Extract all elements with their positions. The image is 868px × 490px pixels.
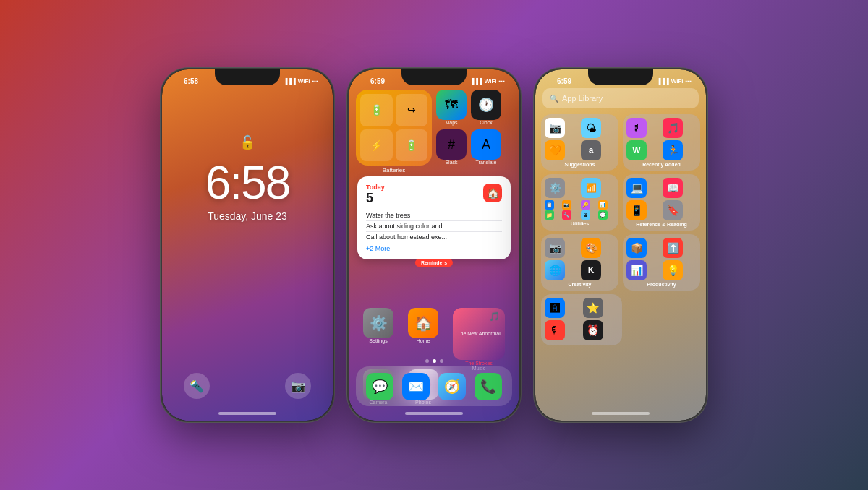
- lock-date: Tuesday, June 23: [162, 210, 333, 222]
- batteries-widget-inner: 🔋 ↪ ⚡ 🔋: [356, 90, 432, 166]
- slack-translate-row: # Slack A Translate: [436, 129, 501, 165]
- lib-recently-added[interactable]: 🎙 🎵 W 🏃 Recently Added: [623, 114, 700, 171]
- lib-row-4: 🅰 ⭐ 🎙 ⏰: [541, 294, 700, 345]
- app-library-search[interactable]: 🔍 App Library: [542, 88, 699, 108]
- reminders-today: Today 5: [366, 184, 385, 206]
- applibrary-screen: 6:59 ▐▐▐ WiFi ▪▪▪ 🔍 App Library 📷: [535, 69, 706, 421]
- battery-widget-icon-1: 🔋: [360, 94, 393, 126]
- ref-icon-2: 📖: [663, 178, 683, 198]
- suggestions-icons: 📷 🌤 🧡 a: [545, 118, 615, 160]
- status-time-2: 6:59: [370, 77, 385, 85]
- slack-icon: #: [436, 129, 467, 160]
- lib-creativity[interactable]: 📷 🎨 🌐 K Creativity: [541, 234, 618, 291]
- signal-icon: ▐▐▐: [284, 78, 296, 85]
- recently-added-label: Recently Added: [626, 162, 697, 167]
- productivity-icons: 📦 ⬆️ 📊 💡: [626, 238, 697, 280]
- status-bar-2: 6:59 ▐▐▐ WiFi ▪▪▪: [349, 74, 519, 88]
- reminders-more: +2 More: [366, 245, 502, 252]
- dot-3: [440, 359, 443, 363]
- status-time-3: 6:59: [557, 77, 571, 85]
- lib-others[interactable]: 🅰 ⭐ 🎙 ⏰: [541, 294, 622, 345]
- util-tiny-1: 📋: [545, 200, 554, 210]
- reminders-widget: Today 5 🏠 Water the trees Ask about sidi…: [357, 176, 511, 259]
- maps-app[interactable]: 🗺 Maps: [436, 90, 467, 125]
- util-mini-grid: 📋 📷 📁 🔧: [545, 200, 579, 220]
- mail-dock[interactable]: ✉️: [402, 373, 430, 400]
- messages-dock[interactable]: 💬: [366, 373, 393, 400]
- util-icon-1: ⚙️: [545, 178, 565, 198]
- dock: 💬 ✉️ 🧭 📞: [356, 366, 512, 406]
- dot-1: [425, 359, 429, 363]
- cre-icon-3: 🌐: [545, 260, 565, 280]
- cre-icon-4: K: [581, 260, 601, 280]
- utilities-icons: ⚙️ 📶 📋 📷 📁 🔧 🔑 📊 🖥: [545, 178, 615, 220]
- suggestions-label: Suggestions: [545, 162, 615, 167]
- util-tiny-4: 🔧: [562, 210, 571, 220]
- recent-icon-4: 🏃: [663, 140, 683, 160]
- prod-icon-1: 📦: [626, 238, 647, 258]
- oth-icon-1: 🅰: [545, 298, 565, 318]
- translate-label: Translate: [476, 160, 497, 165]
- top-right-apps: 🗺 Maps 🕐 Clock # Slack: [436, 90, 501, 173]
- lib-productivity[interactable]: 📦 ⬆️ 📊 💡 Productivity: [623, 234, 700, 291]
- reminders-app-icon: 🏠: [483, 184, 502, 202]
- status-bar-3: 6:59 ▐▐▐ WiFi ▪▪▪: [535, 74, 706, 88]
- util-icon-2: 📶: [581, 178, 601, 198]
- reminders-today-label: Today: [366, 184, 385, 191]
- translate-app[interactable]: A Translate: [471, 129, 501, 165]
- lib-suggestions[interactable]: 📷 🌤 🧡 a Suggestions: [541, 114, 618, 171]
- maps-icon: 🗺: [436, 90, 467, 120]
- cre-icon-2: 🎨: [581, 238, 601, 258]
- signal-icon-2: ▐▐▐: [470, 78, 482, 85]
- status-icons-3: ▐▐▐ WiFi ▪▪▪: [657, 78, 692, 85]
- prod-icon-2: ⬆️: [663, 238, 683, 258]
- prod-icon-3: 📊: [626, 260, 647, 280]
- util-tiny-5: 🔑: [581, 200, 590, 210]
- maps-label: Maps: [445, 120, 457, 125]
- main-scene: 6:58 ▐▐▐ WiFi ▪▪▪ 🔓 6:58 Tuesday, June 2…: [0, 0, 868, 490]
- status-icons-2: ▐▐▐ WiFi ▪▪▪: [470, 78, 505, 85]
- lock-time: 6:58: [162, 156, 333, 210]
- music-widget-inner: 🎵 The New Abnormal: [453, 308, 505, 360]
- battery-icon: ▪▪▪: [312, 78, 318, 85]
- sugg-icon-3: 🧡: [545, 140, 565, 160]
- prod-icon-4: 💡: [663, 260, 683, 280]
- recent-icon-2: 🎵: [663, 118, 683, 138]
- safari-dock[interactable]: 🧭: [438, 373, 466, 400]
- battery-widget-icon-4: 🔋: [396, 129, 428, 162]
- batteries-widget[interactable]: 🔋 ↪ ⚡ 🔋 Batteries: [356, 90, 432, 173]
- others-icons: 🅰 ⭐ 🎙 ⏰: [545, 298, 618, 340]
- lib-utilities[interactable]: ⚙️ 📶 📋 📷 📁 🔧 🔑 📊 🖥: [541, 174, 618, 231]
- util-tiny-7: 🖥: [581, 210, 590, 220]
- home-indicator-2: [405, 412, 463, 415]
- util-mini-grid-2: 🔑 📊 🖥 💬: [581, 200, 615, 220]
- sugg-icon-1: 📷: [545, 118, 565, 138]
- homescreen-screen: 6:59 ▐▐▐ WiFi ▪▪▪ 🔋 ↪ ⚡: [349, 69, 519, 421]
- phone-dock[interactable]: 📞: [475, 373, 502, 400]
- lib-row-2: ⚙️ 📶 📋 📷 📁 🔧 🔑 📊 🖥: [541, 174, 700, 231]
- oth-icon-3: 🎙: [545, 320, 565, 340]
- lib-row-3: 📷 🎨 🌐 K Creativity 📦 ⬆️ 📊 💡: [541, 234, 700, 291]
- sugg-icon-2: 🌤: [581, 118, 601, 138]
- lib-reference[interactable]: 💻 📖 📱 🔖 Reference & Reading: [623, 174, 700, 231]
- reference-icons: 💻 📖 📱 🔖: [626, 178, 697, 220]
- home-indicator-3: [592, 412, 650, 415]
- dot-2: [433, 359, 436, 363]
- recently-added-icons: 🎙 🎵 W 🏃: [626, 118, 697, 160]
- clock-icon: 🕐: [471, 90, 501, 120]
- reference-label: Reference & Reading: [626, 222, 697, 227]
- slack-app[interactable]: # Slack: [436, 129, 467, 165]
- home-icon: 🏠: [408, 308, 438, 338]
- wifi-icon: WiFi: [298, 78, 310, 85]
- settings-icon: ⚙️: [363, 308, 393, 338]
- clock-app[interactable]: 🕐 Clock: [471, 90, 501, 125]
- productivity-label: Productivity: [626, 282, 697, 287]
- flashlight-button[interactable]: 🔦: [184, 373, 210, 399]
- home-indicator-1: [218, 412, 276, 415]
- oth-icon-4: ⏰: [583, 320, 603, 340]
- clock-label: Clock: [480, 120, 493, 125]
- camera-quick-button[interactable]: 📷: [285, 373, 311, 399]
- search-icon: 🔍: [550, 95, 558, 103]
- search-placeholder: App Library: [562, 94, 603, 103]
- sugg-icon-4: a: [581, 140, 601, 160]
